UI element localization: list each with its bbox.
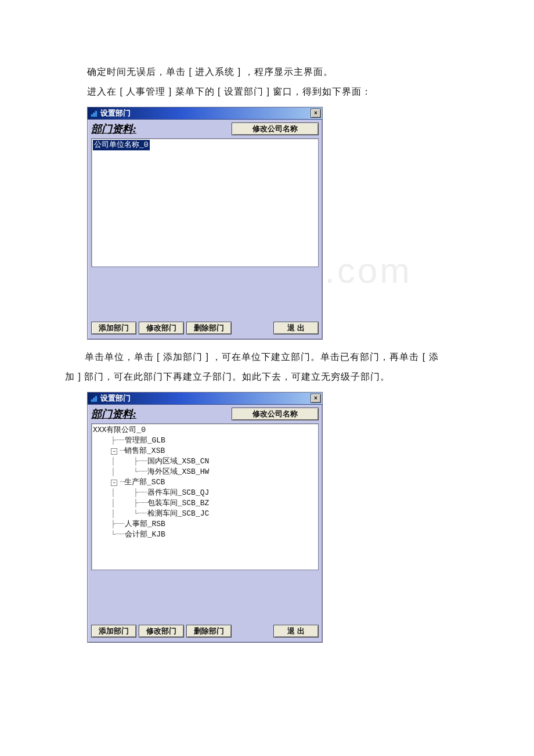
doc-line-2: 进入在 [ 人事管理 ] 菜单下的 [ 设置部门 ] 窗口，得到如下界面： [87, 84, 470, 100]
department-tree[interactable]: 公司单位名称_0 [91, 138, 319, 267]
svg-rect-4 [93, 398, 95, 402]
expand-toggle-icon[interactable]: − [111, 480, 117, 486]
doc-line-mid-a: 单击单位，单击 [ 添加部门 ] ，可在单位下建立部门。单击已有部门，再单击 [… [65, 349, 470, 365]
department-info-label: 部门资料: [91, 122, 232, 136]
tree-node[interactable]: │ ├┄┄国内区域_XSB_CN [93, 456, 317, 467]
tree-node[interactable]: −┄生产部_SCB [93, 477, 317, 488]
expand-toggle-icon[interactable]: − [111, 448, 117, 455]
tree-node[interactable]: │ ├┄┄器件车间_SCB_QJ [93, 488, 317, 498]
exit-button[interactable]: 退 出 [273, 322, 319, 334]
tree-node-label: 管理部_GLB [125, 435, 165, 446]
dialog-1: 设置部门 × 部门资料: 修改公司名称 公司单位名称_0 添加部门 修改部门 删 [87, 107, 323, 340]
tree-node-label: 生产部_SCB [124, 477, 165, 488]
modify-company-button[interactable]: 修改公司名称 [232, 408, 319, 420]
tree-root-selected[interactable]: 公司单位名称_0 [93, 140, 317, 150]
tree-node-label: XXX有限公司_0 [93, 425, 146, 435]
svg-rect-1 [93, 113, 95, 117]
tree-node[interactable]: │ └┄┄海外区域_XSB_HW [93, 467, 317, 477]
titlebar: 设置部门 × [88, 393, 322, 405]
dialog-1-holder: 设置部门 × 部门资料: 修改公司名称 公司单位名称_0 添加部门 修改部门 删 [87, 107, 470, 340]
dialog-2: 设置部门 × 部门资料: 修改公司名称 XXX有限公司_0 ├┄┄管理部_GLB… [87, 392, 323, 643]
tree-node-label: 器件车间_SCB_QJ [147, 488, 210, 498]
dialog-title: 设置部门 [100, 393, 311, 404]
tree-node[interactable]: │ └┄┄检测车间_SCB_JC [93, 509, 317, 519]
button-row: 添加部门 修改部门 删除部门 退 出 [91, 622, 319, 638]
tree-node-label: 销售部_XSB [124, 446, 165, 456]
close-button[interactable]: × [311, 109, 321, 118]
exit-button[interactable]: 退 出 [273, 625, 319, 638]
svg-rect-2 [95, 111, 97, 117]
svg-rect-0 [91, 114, 93, 117]
spacer-area [91, 267, 319, 319]
spacer-area [91, 570, 319, 622]
delete-department-button[interactable]: 删除部门 [186, 625, 232, 638]
tree-node-label: 海外区域_XSB_HW [147, 467, 210, 477]
tree-node[interactable]: −┄销售部_XSB [93, 446, 317, 456]
tree-node-label: 国内区域_XSB_CN [147, 456, 210, 467]
tree-node-label: 会计部_KJB [125, 530, 165, 540]
tree-node-label: 检测车间_SCB_JC [147, 509, 210, 519]
edit-department-button[interactable]: 修改部门 [139, 625, 184, 638]
app-icon [90, 394, 98, 402]
tree-node[interactable]: ├┄┄管理部_GLB [93, 435, 317, 446]
tree-node-label: 包装车间_SCB_BZ [147, 498, 210, 509]
department-info-label: 部门资料: [91, 407, 232, 421]
tree-node[interactable]: ├┄┄人事部_RSB [93, 519, 317, 530]
delete-department-button[interactable]: 删除部门 [186, 322, 232, 334]
department-tree[interactable]: XXX有限公司_0 ├┄┄管理部_GLB −┄销售部_XSB │ ├┄┄国内区域… [91, 423, 319, 570]
svg-rect-5 [95, 396, 97, 402]
doc-line-1: 确定时间无误后，单击 [ 进入系统 ] ，程序显示主界面。 [87, 64, 470, 80]
doc-line-mid-b: 加 ] 部门，可在此部门下再建立子部门。如此下去，可建立无穷级子部门。 [65, 369, 470, 385]
tree-node-label: 公司单位名称_0 [93, 140, 150, 150]
close-button[interactable]: × [311, 394, 321, 403]
tree-node[interactable]: └┄┄会计部_KJB [93, 530, 317, 540]
dialog-2-holder: 设置部门 × 部门资料: 修改公司名称 XXX有限公司_0 ├┄┄管理部_GLB… [87, 392, 470, 643]
tree-node-root[interactable]: XXX有限公司_0 [93, 425, 317, 435]
add-department-button[interactable]: 添加部门 [91, 625, 136, 638]
app-icon [90, 109, 98, 117]
tree-node[interactable]: │ ├┄┄包装车间_SCB_BZ [93, 498, 317, 509]
edit-department-button[interactable]: 修改部门 [139, 322, 184, 334]
tree-node-label: 人事部_RSB [125, 519, 165, 530]
dialog-title: 设置部门 [100, 108, 311, 118]
add-department-button[interactable]: 添加部门 [91, 322, 136, 334]
titlebar: 设置部门 × [88, 107, 322, 120]
modify-company-button[interactable]: 修改公司名称 [232, 123, 319, 135]
svg-rect-3 [91, 399, 93, 402]
button-row: 添加部门 修改部门 删除部门 退 出 [91, 319, 319, 334]
